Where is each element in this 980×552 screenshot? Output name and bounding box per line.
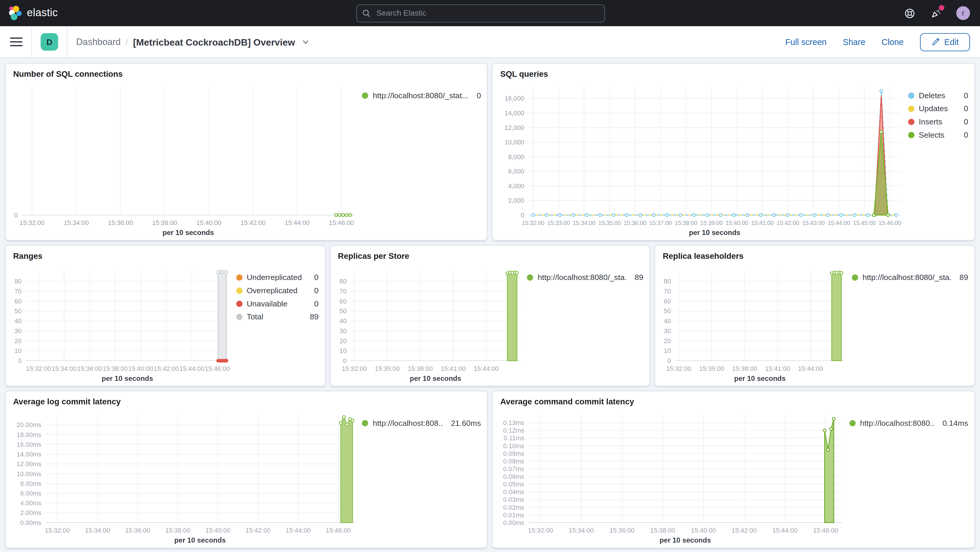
legend-item[interactable]: http://localhost:8080/_sta...89 [852, 273, 968, 282]
clone-button[interactable]: Clone [881, 37, 904, 46]
svg-text:15:38:00: 15:38:00 [732, 365, 757, 372]
elastic-logo[interactable]: elastic [8, 5, 58, 21]
dashboard-toolbar: D Dashboard / [Metricbeat CockroachDB] O… [0, 26, 980, 58]
svg-text:15:41:00: 15:41:00 [751, 220, 774, 226]
chevron-down-icon[interactable] [301, 38, 310, 46]
svg-text:15:46:00: 15:46:00 [879, 220, 902, 226]
svg-text:15:40:00: 15:40:00 [205, 527, 231, 534]
legend-item[interactable]: http://localhost:8080/_sta...89 [527, 273, 643, 282]
legend-series-label: Unavailable [247, 299, 288, 308]
legend-item[interactable]: Unavailable0 [236, 299, 319, 308]
svg-text:15:42:00: 15:42:00 [154, 365, 179, 372]
sql-queries-chart[interactable]: 15:32:0015:33:0015:34:0015:35:0015:36:00… [498, 83, 903, 238]
svg-text:15:37:00: 15:37:00 [649, 220, 672, 226]
divider [67, 26, 67, 57]
svg-text:15:42:00: 15:42:00 [245, 527, 270, 534]
breadcrumb-separator: / [126, 37, 128, 47]
page-title: [Metricbeat CockroachDB] Overview [133, 37, 295, 47]
dashboard-app-badge[interactable]: D [41, 33, 58, 51]
panel-average-command-commit-latency: Average command commit latency 15:32:001… [492, 391, 975, 549]
legend-item[interactable]: Overreplicated0 [236, 286, 319, 295]
svg-text:50: 50 [339, 308, 346, 315]
global-search [356, 4, 605, 22]
svg-text:30: 30 [14, 327, 21, 335]
svg-text:15:38:00: 15:38:00 [152, 219, 177, 226]
ranges-chart[interactable]: 15:32:0015:34:0015:36:0015:38:0015:40:00… [11, 264, 231, 383]
svg-text:80: 80 [339, 278, 346, 285]
share-button[interactable]: Share [843, 37, 865, 46]
user-avatar[interactable]: r [956, 6, 970, 20]
svg-text:15:46:00: 15:46:00 [205, 365, 230, 372]
svg-text:15:35:00: 15:35:00 [375, 365, 399, 372]
replica-leaseholders-chart[interactable]: 15:32:0015:35:0015:38:0015:41:0015:44:00… [660, 264, 847, 383]
panel-title: Replicas per Store [338, 251, 642, 261]
panel-title: Average command commit latency [500, 397, 967, 406]
top-navbar: elastic [0, 0, 980, 26]
panel-title: Number of SQL connections [13, 69, 480, 79]
svg-text:per 10 seconds: per 10 seconds [735, 374, 786, 382]
breadcrumb-dashboard[interactable]: Dashboard [76, 37, 121, 47]
svg-text:8.00ms: 8.00ms [20, 480, 41, 487]
avg-command-commit-latency-chart[interactable]: 15:32:0015:34:0015:36:0015:38:0015:40:00… [498, 410, 845, 545]
svg-text:50: 50 [664, 308, 671, 315]
svg-text:14.00ms: 14.00ms [17, 450, 41, 458]
avg-log-commit-latency-chart[interactable]: 15:32:0015:34:0015:36:0015:38:0015:40:00… [11, 410, 357, 545]
svg-text:70: 70 [664, 288, 671, 295]
svg-text:15:32:00: 15:32:00 [19, 219, 45, 226]
legend-series-value: 0 [310, 273, 319, 282]
legend-series-label: Total [247, 313, 263, 321]
legend-series-value: 0 [960, 130, 968, 139]
svg-text:0: 0 [343, 357, 346, 364]
svg-text:0.09ms: 0.09ms [503, 450, 525, 457]
svg-text:15:44:00: 15:44:00 [179, 365, 204, 372]
legend-item[interactable]: Selects0 [908, 130, 968, 139]
panel-replicas-per-store: Replicas per Store 15:32:0015:35:0015:38… [330, 245, 651, 386]
svg-text:15:36:00: 15:36:00 [610, 527, 635, 534]
legend-item[interactable]: http://localhost:808...21.60ms [362, 419, 481, 428]
legend-series-label: http://localhost:808... [373, 419, 443, 428]
news-party-popper-icon[interactable] [930, 8, 941, 19]
svg-text:15:34:00: 15:34:00 [51, 365, 76, 372]
legend-series-label: Updates [919, 104, 948, 113]
legend-series-dot [908, 106, 915, 112]
svg-text:15:32:00: 15:32:00 [522, 220, 545, 226]
edit-button[interactable]: Edit [920, 33, 970, 51]
svg-text:per 10 seconds: per 10 seconds [174, 536, 226, 544]
chart-legend: http://localhost:8080/_sta...89 [852, 262, 968, 383]
chart-legend: Underreplicated0Overreplicated0Unavailab… [236, 262, 319, 383]
svg-text:15:44:00: 15:44:00 [473, 365, 498, 372]
legend-item[interactable]: Updates0 [908, 104, 968, 113]
legend-item[interactable]: Inserts0 [908, 118, 968, 126]
svg-text:15:32:00: 15:32:00 [667, 365, 692, 372]
menu-button[interactable] [10, 38, 23, 46]
legend-series-label: http://localhost:8080... [860, 419, 934, 428]
svg-text:15:32:00: 15:32:00 [528, 527, 554, 534]
svg-text:15:32:00: 15:32:00 [342, 365, 367, 372]
svg-text:14,000: 14,000 [505, 110, 525, 117]
panel-title: SQL queries [500, 69, 967, 79]
svg-text:15:44:00: 15:44:00 [828, 220, 851, 226]
search-input[interactable] [375, 8, 599, 18]
toolbar-actions: Full screen Share Clone Edit [785, 33, 970, 51]
legend-item[interactable]: Deletes0 [908, 91, 968, 100]
panel-number-of-sql-connections: Number of SQL connections 15:32:0015:34:… [5, 63, 488, 241]
svg-text:40: 40 [664, 317, 671, 325]
svg-text:0.02ms: 0.02ms [503, 504, 525, 511]
legend-item[interactable]: http://localhost:8080/_stat...0 [362, 91, 481, 100]
legend-item[interactable]: http://localhost:8080...0.14ms [850, 419, 968, 428]
legend-series-dot [236, 301, 242, 307]
svg-text:4.00ms: 4.00ms [20, 500, 41, 507]
legend-series-dot [236, 314, 242, 320]
svg-text:10: 10 [14, 347, 21, 355]
brand-name: elastic [27, 7, 57, 19]
replicas-per-store-chart[interactable]: 15:32:0015:35:0015:38:0015:41:0015:44:00… [336, 264, 522, 383]
help-icon[interactable] [904, 8, 915, 19]
svg-text:15:44:00: 15:44:00 [798, 365, 823, 372]
legend-item[interactable]: Underreplicated0 [236, 273, 319, 282]
svg-text:15:41:00: 15:41:00 [441, 365, 465, 372]
svg-text:15:38:00: 15:38:00 [165, 527, 190, 534]
full-screen-button[interactable]: Full screen [785, 37, 827, 46]
sql-connections-chart[interactable]: 15:32:0015:34:0015:36:0015:38:0015:40:00… [11, 83, 357, 238]
legend-series-label: http://localhost:8080/_stat... [373, 91, 468, 100]
legend-item[interactable]: Total89 [236, 313, 319, 321]
